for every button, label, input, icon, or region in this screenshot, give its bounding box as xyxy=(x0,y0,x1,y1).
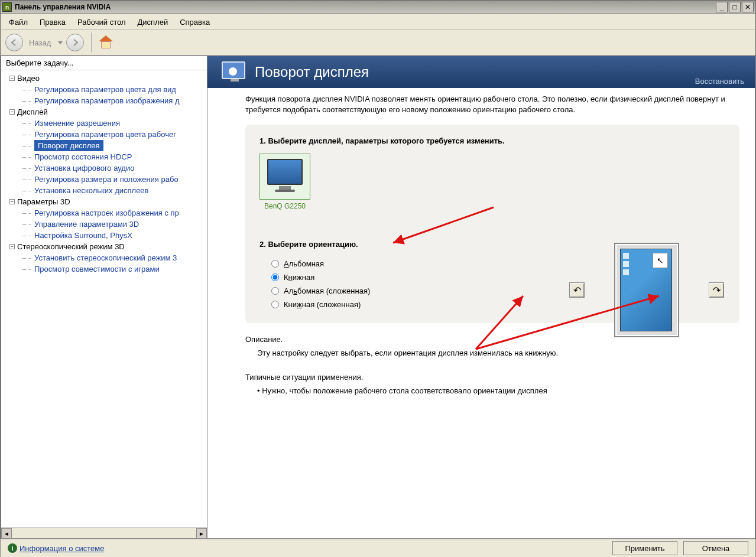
task-tree[interactable]: −ВидеоРегулировка параметров цвета для в… xyxy=(1,70,207,527)
system-info-link[interactable]: i Информация о системе xyxy=(8,543,105,553)
orientation-radio[interactable] xyxy=(271,273,279,281)
tree-item[interactable]: Регулировка параметров цвета для вид xyxy=(1,84,207,95)
tree-item[interactable]: Просмотр совместимости с играми xyxy=(1,263,207,275)
orientation-preview: ↖ xyxy=(614,243,679,337)
back-dropdown-icon[interactable] xyxy=(58,41,63,44)
settings-panel: 1. Выберите дисплей, параметры которого … xyxy=(245,125,739,323)
menu-bar: Файл Правка Рабочий стол Дисплей Справка xyxy=(0,14,756,30)
orientation-label: Книжная (сложенная) xyxy=(284,300,361,309)
tree-item[interactable]: Установка нескольких дисплеев xyxy=(1,185,207,196)
close-button[interactable]: ✕ xyxy=(742,2,754,12)
scroll-left-button[interactable]: ◄ xyxy=(1,528,12,539)
tree-item[interactable]: Изменение разрешения xyxy=(1,118,207,129)
tree-item[interactable]: Управление параметрами 3D xyxy=(1,219,207,230)
usage-item: • Нужно, чтобы положение рабочего стола … xyxy=(257,386,739,395)
preview-area: ↶ ↖ ↷ xyxy=(569,243,724,337)
tree-item[interactable]: Установка цифрового аудио xyxy=(1,162,207,174)
description-text: Эту настройку следует выбрать, если орие… xyxy=(257,348,739,357)
toolbar-separator xyxy=(91,32,92,53)
back-label: Назад xyxy=(29,38,51,47)
system-info-label: Информация о системе xyxy=(20,544,105,553)
intro-text: Функция поворота дисплея NVIDIA позволяе… xyxy=(245,94,739,115)
maximize-button[interactable]: □ xyxy=(729,2,741,12)
tree-item[interactable]: Регулировка размера и положения рабо xyxy=(1,174,207,185)
orientation-label: Книжная xyxy=(284,273,314,282)
cancel-button[interactable]: Отмена xyxy=(683,541,748,555)
restore-link[interactable]: Восстановить xyxy=(695,77,744,88)
app-icon: n xyxy=(2,2,12,12)
tree-category[interactable]: −Видео xyxy=(1,73,207,84)
content-pane: Поворот дисплея Восстановить Функция пов… xyxy=(207,56,755,539)
menu-desktop[interactable]: Рабочий стол xyxy=(73,16,131,28)
page-title: Поворот дисплея xyxy=(255,64,695,80)
home-icon[interactable] xyxy=(99,35,113,50)
tree-item[interactable]: Поворот дисплея xyxy=(34,140,103,151)
display-label: BenQ G2250 xyxy=(259,202,310,210)
tree-item[interactable]: Регулировка параметров цвета рабочег xyxy=(1,129,207,140)
apply-button[interactable]: Применить xyxy=(612,541,677,555)
tree-item[interactable]: Настройка Surround, PhysX xyxy=(1,230,207,241)
title-bar: n Панель управления NVIDIA _ □ ✕ xyxy=(0,0,756,14)
menu-edit[interactable]: Правка xyxy=(35,16,70,28)
tree-item[interactable]: Установить стереоскопический режим 3 xyxy=(1,252,207,263)
tree-item[interactable]: Просмотр состояния HDCP xyxy=(1,151,207,162)
footer-bar: i Информация о системе Применить Отмена xyxy=(0,539,756,557)
usage-label: Типичные ситуации применения. xyxy=(245,373,739,382)
display-thumbnail xyxy=(259,154,310,200)
sidebar-header: Выберите задачу... xyxy=(1,56,207,70)
orientation-label: Альбомная (сложенная) xyxy=(284,286,370,295)
rotate-ccw-button[interactable]: ↶ xyxy=(569,282,585,298)
menu-help[interactable]: Справка xyxy=(175,16,215,28)
orientation-radio[interactable] xyxy=(271,301,279,308)
window-title: Панель управления NVIDIA xyxy=(15,3,716,11)
task-sidebar: Выберите задачу... −ВидеоРегулировка пар… xyxy=(1,56,207,539)
menu-file[interactable]: Файл xyxy=(4,16,33,28)
nvidia-badge-icon: ↖ xyxy=(653,253,668,268)
tree-item[interactable]: Регулировка настроек изображения с пр xyxy=(1,207,207,219)
orientation-radio[interactable] xyxy=(271,260,279,268)
forward-button[interactable] xyxy=(66,34,84,51)
minimize-button[interactable]: _ xyxy=(716,2,728,12)
content-header: Поворот дисплея Восстановить xyxy=(207,56,755,88)
menu-display[interactable]: Дисплей xyxy=(133,16,173,28)
tree-category[interactable]: −Параметры 3D xyxy=(1,196,207,207)
horizontal-scrollbar[interactable]: ◄ ► xyxy=(1,527,207,538)
arrow-right-icon xyxy=(71,38,79,47)
tree-category[interactable]: −Стереоскопический режим 3D xyxy=(1,241,207,252)
info-icon: i xyxy=(8,543,17,553)
orientation-radio[interactable] xyxy=(271,287,279,295)
scroll-right-button[interactable]: ► xyxy=(196,528,207,539)
svg-line-1 xyxy=(393,207,494,243)
rotate-cw-button[interactable]: ↷ xyxy=(709,282,724,298)
orientation-label: Альбомная xyxy=(284,259,324,268)
toolbar: Назад xyxy=(0,30,756,56)
tree-category[interactable]: −Дисплей xyxy=(1,106,207,118)
arrow-left-icon xyxy=(10,38,18,47)
display-selector[interactable]: BenQ G2250 xyxy=(259,154,310,210)
back-button[interactable] xyxy=(5,34,23,51)
step1-title: 1. Выберите дисплей, параметры которого … xyxy=(259,136,725,145)
tree-item[interactable]: Регулировка параметров изображения д xyxy=(1,95,207,106)
display-rotation-icon xyxy=(218,60,249,84)
